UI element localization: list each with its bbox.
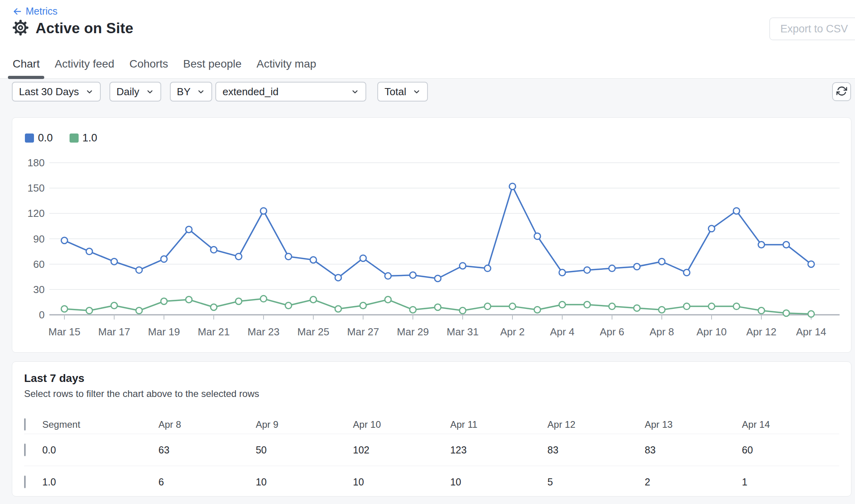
data-point[interactable] [584,301,590,308]
tab-activity-feed[interactable]: Activity feed [50,58,119,78]
data-point[interactable] [86,307,92,314]
chevron-down-icon [85,88,94,96]
data-point[interactable] [410,307,416,313]
tab-activity-map[interactable]: Activity map [252,58,321,78]
data-point[interactable] [509,183,516,190]
data-point[interactable] [186,297,192,303]
data-point[interactable] [86,248,92,255]
gear-icon[interactable] [12,19,29,38]
data-point[interactable] [385,273,391,279]
title-row: Active on Site [12,19,133,38]
data-point[interactable] [609,265,615,271]
data-point[interactable] [335,306,341,312]
data-point[interactable] [61,237,68,244]
data-point[interactable] [659,307,665,313]
data-point[interactable] [310,257,316,263]
data-point[interactable] [235,253,242,260]
tab-best-people[interactable]: Best people [178,58,246,78]
data-point[interactable] [186,226,192,233]
x-axis-ticks [64,315,811,320]
series-0.0[interactable] [61,183,814,282]
data-point[interactable] [708,226,715,232]
row-checkbox-1.0[interactable] [24,476,26,488]
chevron-down-icon [146,88,154,96]
data-point[interactable] [783,241,789,248]
data-point[interactable] [634,305,640,311]
data-point[interactable] [260,295,267,302]
line-chart[interactable]: 0306090120150180Mar 15Mar 17Mar 19Mar 21… [23,157,841,343]
export-to-csv-button[interactable]: Export to CSV [769,17,855,40]
legend-label: 1.0 [83,132,98,144]
row-checkbox-0.0[interactable] [24,444,26,456]
value-cell: 83 [645,444,742,456]
data-point[interactable] [360,255,366,261]
data-point[interactable] [534,233,540,239]
svg-text:Mar 15: Mar 15 [49,326,81,338]
legend-item-1.0[interactable]: 1.0 [70,132,98,144]
data-point[interactable] [410,272,416,278]
data-point[interactable] [61,306,68,312]
data-point[interactable] [609,303,615,310]
select-all-checkbox[interactable] [24,418,26,431]
data-point[interactable] [111,302,117,308]
svg-text:Apr 14: Apr 14 [796,326,827,338]
data-point[interactable] [808,261,814,267]
data-point[interactable] [584,267,590,273]
data-point[interactable] [260,208,267,214]
data-point[interactable] [684,269,690,276]
granularity-value: Daily [117,86,139,98]
data-point[interactable] [460,263,466,269]
data-point[interactable] [460,307,466,314]
segment-property-select[interactable]: extended_id [215,82,366,102]
data-point[interactable] [634,263,640,270]
series-1.0[interactable] [61,295,814,317]
data-point[interactable] [310,297,316,303]
data-point[interactable] [484,303,491,310]
data-point[interactable] [559,269,565,276]
data-point[interactable] [136,307,142,314]
legend-label: 0.0 [38,132,53,144]
data-point[interactable] [733,303,740,310]
data-point[interactable] [435,304,441,310]
back-to-metrics-link[interactable]: Metrics [13,6,58,17]
tab-chart[interactable]: Chart [8,58,44,78]
data-point[interactable] [161,256,167,262]
data-point[interactable] [808,311,814,317]
data-point[interactable] [758,307,765,314]
refresh-button[interactable] [832,82,851,101]
data-point[interactable] [385,297,391,303]
data-point[interactable] [136,267,142,273]
data-point[interactable] [211,246,217,253]
data-point[interactable] [435,275,441,282]
date-range-select[interactable]: Last 30 Days [12,82,101,102]
data-point[interactable] [509,303,516,310]
data-point[interactable] [559,301,565,308]
by-select[interactable]: BY [170,82,213,102]
data-point[interactable] [360,302,366,308]
table-row-0.0: 0.06350102123838360 [24,434,839,466]
aggregation-select[interactable]: Total [377,82,428,102]
granularity-select[interactable]: Daily [109,82,161,102]
data-point[interactable] [758,241,765,248]
data-point[interactable] [285,302,292,308]
data-point[interactable] [684,303,690,310]
data-point[interactable] [733,208,740,214]
data-point[interactable] [111,258,117,265]
data-point[interactable] [285,253,292,260]
svg-text:Apr 2: Apr 2 [500,326,525,338]
data-point[interactable] [708,303,715,310]
legend-item-0.0[interactable]: 0.0 [25,132,53,144]
data-point[interactable] [484,265,491,271]
tab-cohorts[interactable]: Cohorts [124,58,173,78]
data-point[interactable] [534,307,540,313]
svg-text:Mar 29: Mar 29 [397,326,429,338]
data-point[interactable] [211,304,217,310]
data-point[interactable] [659,258,665,265]
svg-text:Apr 4: Apr 4 [550,326,574,338]
data-point[interactable] [783,310,789,316]
data-point[interactable] [235,298,242,305]
data-point[interactable] [161,298,167,305]
svg-text:Mar 21: Mar 21 [198,326,230,338]
y-axis-labels: 0306090120150180 [28,157,45,321]
data-point[interactable] [335,275,341,281]
